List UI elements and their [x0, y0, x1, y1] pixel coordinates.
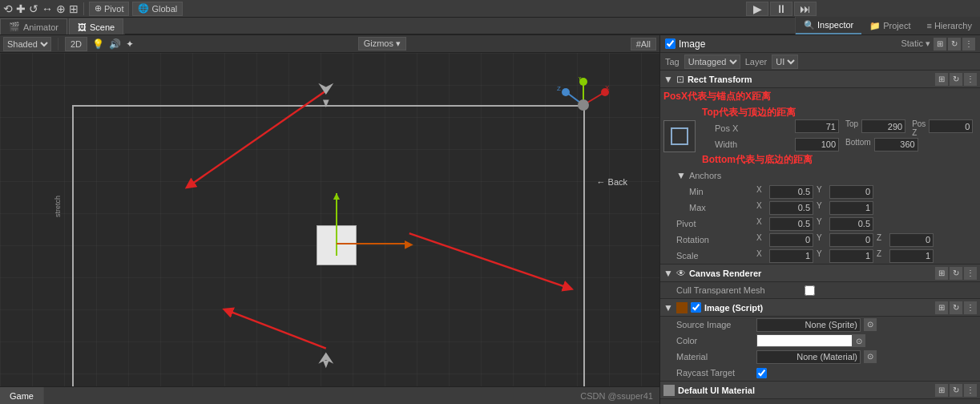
dmat-action-3[interactable]: ⋮ [964, 384, 977, 397]
material-picker[interactable]: ⊙ [864, 350, 877, 363]
img-action-2[interactable]: ↻ [950, 301, 962, 314]
anchor-max-x-input[interactable] [769, 201, 813, 215]
svg-point-15 [562, 88, 570, 96]
pos-z-input[interactable] [929, 119, 973, 133]
layer-select[interactable]: UI [772, 55, 798, 69]
rotation-values: X Y Z [756, 233, 975, 247]
dmat-action-1[interactable]: ⊞ [935, 384, 948, 397]
svg-text:X: X [605, 84, 610, 91]
pivot-y-input[interactable] [829, 217, 873, 231]
toolbar-icon-4: ↔ [42, 2, 53, 15]
top-toolbar: ⟲ ✚ ↺ ↔ ⊕ ⊞ ⊕ Pivot 🌐 Global ▶ ⏸ ⏭ [0, 0, 980, 18]
raycast-row: Raycast Target [660, 365, 980, 381]
pivot-button[interactable]: ⊕ Pivot [89, 2, 129, 16]
pivot-x-input[interactable] [769, 217, 813, 231]
anchors-expand: ▼ [676, 170, 686, 181]
animator-icon: 🎬 [9, 22, 20, 32]
object-action-2[interactable]: ↻ [948, 38, 961, 50]
material-row: Material ⊙ [660, 349, 980, 365]
2d-button[interactable]: 2D [65, 37, 87, 51]
dmat-action-2[interactable]: ↻ [950, 384, 962, 397]
gizmos-button[interactable]: Gizmos ▾ [358, 37, 406, 50]
rt-action-1[interactable]: ⊞ [935, 73, 948, 86]
anchor-min-x-input[interactable] [769, 185, 813, 199]
tab-project[interactable]: 📁 Project [861, 17, 918, 34]
width-input[interactable] [795, 138, 839, 152]
tab-game[interactable]: Game [0, 387, 44, 405]
rt-action-2[interactable]: ↻ [950, 73, 962, 86]
pos-row: Pos X Top Pos Z [699, 120, 978, 136]
default-mat-section: Default UI Material ⊞ ↻ ⋮ Shader UI/Defa… [660, 382, 980, 404]
source-image-picker[interactable]: ⊙ [864, 318, 877, 331]
y-axis-line [336, 193, 337, 256]
scale-y-input[interactable] [829, 249, 873, 263]
raycast-checkbox[interactable] [756, 368, 767, 378]
source-image-values: ⊙ [756, 318, 975, 332]
static-label: Static ▾ [901, 38, 930, 49]
tab-scene[interactable]: 🖼 Scene [69, 18, 123, 34]
material-input[interactable] [756, 350, 861, 364]
sound-icon: 🔊 [109, 38, 121, 50]
rt-action-3[interactable]: ⋮ [964, 73, 977, 86]
step-button[interactable]: ⏭ [794, 2, 817, 16]
material-values: ⊙ [756, 350, 975, 364]
scene-viewport[interactable]: ▲ ▶ [0, 53, 659, 386]
expand-icon: ▼ [663, 74, 673, 85]
separator-1 [83, 2, 84, 15]
default-mat-actions: ⊞ ↻ ⋮ [935, 384, 977, 397]
anchors-header-row: ▼ Anchors [660, 168, 980, 184]
color-picker[interactable]: ⊙ [853, 334, 865, 347]
canvas-action-1[interactable]: ⊞ [935, 267, 948, 280]
canvas-action-2[interactable]: ↻ [950, 267, 962, 280]
color-swatch[interactable] [756, 334, 853, 347]
project-icon: 📁 [869, 21, 881, 31]
tab-hierarchy[interactable]: ≡ Hierarchy [919, 17, 981, 34]
light-icon: 💡 [92, 38, 104, 50]
svg-point-17 [578, 99, 589, 111]
source-image-input[interactable] [756, 318, 861, 332]
object-active-checkbox[interactable] [665, 38, 676, 49]
rotation-x-input[interactable] [769, 233, 813, 247]
watermark: CSDN @ssuper41 [580, 391, 653, 401]
pivot-icon: ⊕ [95, 3, 102, 14]
img-action-1[interactable]: ⊞ [935, 301, 948, 314]
image-script-active[interactable] [691, 302, 701, 313]
img-action-3[interactable]: ⋮ [964, 301, 977, 314]
toolbar-icon-5: ⊕ [56, 2, 66, 15]
inspector-panel: Image Static ▾ ⊞ ↻ ⋮ Tag Untagged Layer [659, 35, 980, 404]
canvas-action-3[interactable]: ⋮ [964, 267, 977, 280]
pos-values: Top Pos Z [795, 119, 973, 137]
rect-transform-actions: ⊞ ↻ ⋮ [935, 73, 977, 86]
scale-x-input[interactable] [769, 249, 813, 263]
object-action-1[interactable]: ⊞ [934, 38, 946, 50]
rotation-z-input[interactable] [889, 233, 934, 247]
anchor-min-y-input[interactable] [829, 185, 873, 199]
scale-values: X Y Z [756, 249, 975, 263]
svg-text:Z: Z [557, 85, 561, 92]
cull-checkbox[interactable] [805, 285, 815, 296]
tag-layer-row: Tag Untagged Layer UI [660, 53, 980, 71]
pos-x-input[interactable] [795, 119, 839, 133]
tag-select[interactable]: Untagged [684, 55, 740, 69]
y-axis-arrow: ▲ [331, 189, 342, 202]
pause-button[interactable]: ⏸ [770, 2, 792, 16]
bottom-input[interactable] [874, 138, 918, 152]
scale-z-input[interactable] [889, 249, 934, 263]
image-script-section: ▼ Image (Script) ⊞ ↻ ⋮ Source Image [660, 299, 980, 382]
back-button[interactable]: ← Back [596, 177, 627, 187]
global-button[interactable]: 🌐 Global [132, 2, 183, 16]
x-axis-line [337, 243, 409, 244]
top-input[interactable] [861, 119, 905, 133]
stretch-label: stretch [54, 196, 62, 217]
globe-icon: 🌐 [138, 3, 149, 14]
tab-inspector[interactable]: 🔍 Inspector [796, 17, 861, 34]
rotation-y-input[interactable] [829, 233, 873, 247]
toolbar-icon-6: ⊞ [69, 2, 79, 15]
anchor-max-y-input[interactable] [829, 201, 873, 215]
object-action-3[interactable]: ⋮ [962, 38, 975, 50]
shaded-select[interactable]: Shaded [3, 37, 51, 51]
play-button[interactable]: ▶ [746, 2, 768, 16]
all-button[interactable]: #All [631, 38, 656, 50]
anchor-min-values: X Y [756, 185, 975, 199]
tab-animator[interactable]: 🎬 Animator [0, 18, 67, 34]
